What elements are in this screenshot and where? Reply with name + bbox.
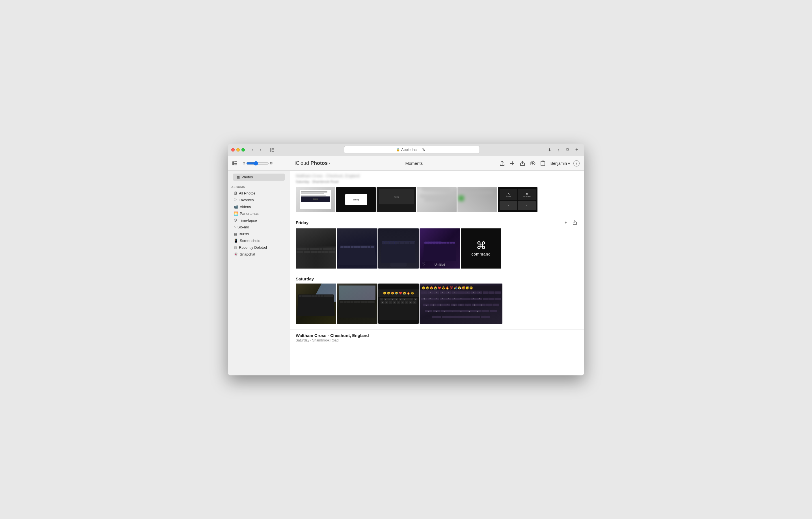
friday-photo-grid: ♡ Untitled ⌘ command [296, 228, 578, 268]
saturday-section-header: Saturday [296, 277, 578, 281]
photo-caption-untitled: Untitled [435, 263, 445, 266]
app-container: ⊟ ⊞ ▦ Photos Albums 🖼All Photos♡Favorite… [228, 156, 584, 375]
download-button[interactable]: ⬇ [546, 146, 554, 154]
recently-deleted-label: Recently Deleted [239, 246, 267, 250]
photo-thumb[interactable]: 😊 😄 😍 😂 ❤️ 😭 🔥 😎 [378, 284, 419, 324]
albums-section-label: Albums [228, 182, 290, 190]
lock-icon: 🔒 [396, 148, 400, 151]
toolbar-center: Moments [332, 161, 496, 166]
sidebar-toggle-button[interactable] [268, 146, 276, 154]
photos-icon: ▦ [236, 175, 240, 179]
sidebar-item-favorites[interactable]: ♡Favorites [229, 197, 289, 203]
address-bar[interactable]: 🔒 Apple Inc. ↻ [344, 146, 480, 154]
photo-thumb[interactable] [337, 284, 377, 324]
sidebar-item-time-lapse[interactable]: ⏱Time-lapse [229, 217, 289, 224]
heart-icon[interactable]: ♡ [422, 262, 426, 266]
app-toolbar: iCloud Photos ▾ Moments [290, 156, 584, 171]
friday-section-actions: + [562, 219, 578, 226]
sidebar-photos-label: Photos [241, 175, 253, 179]
photo-thumb[interactable]: ⬛⬛⬛ [296, 187, 335, 212]
app-title: iCloud Photos ▾ [295, 160, 330, 166]
app-brand-icloud: iCloud [295, 160, 309, 166]
title-bar: ‹ › 🔒 Apple Inc. ↻ ⬇ ↑ ⧉ + [228, 144, 584, 156]
sidebar-photos-section: ▦ Photos [228, 171, 290, 182]
bursts-label: Bursts [239, 232, 249, 236]
user-dropdown-arrow: ▾ [568, 161, 570, 166]
svg-rect-4 [232, 162, 234, 165]
user-menu[interactable]: Benjamin ▾ [549, 160, 572, 167]
photo-thumb[interactable] [378, 228, 419, 268]
main-content: Waltham Cross · Cheshunt, England Saturd… [290, 171, 584, 375]
photo-thumb[interactable]: menu [377, 187, 416, 212]
forward-button[interactable]: › [257, 146, 265, 154]
photo-thumb[interactable] [417, 187, 457, 212]
photo-thumb[interactable]: ♡ Untitled [419, 228, 460, 268]
app-brand-photos: Photos [311, 160, 328, 166]
time-lapse-icon: ⏱ [234, 218, 237, 223]
upload-button[interactable] [498, 159, 506, 168]
browser-window: ‹ › 🔒 Apple Inc. ↻ ⬇ ↑ ⧉ + [228, 144, 584, 375]
back-button[interactable]: ‹ [248, 146, 256, 154]
cloud-download-button[interactable] [528, 159, 537, 168]
address-text: Apple Inc. [401, 148, 417, 152]
photo-thumb[interactable]: ⌘ command [461, 228, 501, 268]
all-photos-icon: 🖼 [234, 191, 237, 195]
reload-button[interactable]: ↻ [420, 146, 428, 154]
slo-mo-icon: ○ [234, 225, 236, 229]
zoom-slider[interactable] [246, 161, 269, 166]
maximize-button[interactable] [241, 148, 245, 151]
friday-add-button[interactable]: + [562, 219, 570, 226]
sidebar-item-bursts[interactable]: ▦Bursts [229, 231, 289, 237]
tab-overview-button[interactable]: ⧉ [564, 146, 572, 154]
saturday-title: Saturday [296, 277, 314, 281]
snapchat-label: Snapchat [240, 252, 255, 256]
photo-thumb[interactable] [296, 228, 336, 268]
close-button[interactable] [231, 148, 235, 151]
photo-thumb[interactable]: dialog [336, 187, 376, 212]
photo-thumb[interactable] [337, 228, 377, 268]
new-tab-button[interactable]: + [573, 146, 581, 154]
option-label: Friday [506, 195, 511, 197]
section-dropdown-arrow[interactable]: ▾ [329, 162, 330, 165]
toolbar-actions: Benjamin ▾ ? [498, 159, 580, 168]
panoramas-icon: 🌅 [234, 211, 238, 216]
blurred-section-header: Waltham Cross · Cheshunt, England [290, 171, 584, 179]
sidebar-item-all-photos[interactable]: 🖼All Photos [229, 190, 289, 197]
app-sidebar-toggle[interactable] [231, 160, 239, 167]
sidebar-item-screenshots[interactable]: 📱Screenshots [229, 237, 289, 244]
videos-icon: 📹 [234, 205, 238, 209]
svg-rect-1 [272, 148, 274, 149]
screenshots-icon: 📱 [234, 238, 238, 243]
favorites-icon: ♡ [234, 198, 237, 202]
photo-thumb[interactable]: ⌥ Friday ⌘ command Z X [498, 187, 538, 212]
photo-thumb[interactable] [458, 187, 497, 212]
sidebar-item-slo-mo[interactable]: ○Slo-mo [229, 224, 289, 230]
svg-rect-7 [234, 165, 237, 165]
photo-thumb[interactable] [296, 284, 336, 324]
sidebar-item-videos[interactable]: 📹Videos [229, 204, 289, 210]
help-button[interactable]: ? [573, 160, 580, 167]
panoramas-label: Panoramas [240, 211, 258, 216]
share-button[interactable] [518, 159, 527, 168]
snapchat-icon: 👻 [234, 252, 238, 256]
zoom-small-icon: ⊟ [242, 162, 245, 165]
sidebar-items: 🖼All Photos♡Favorites📹Videos🌅Panoramas⏱T… [228, 190, 290, 258]
time-lapse-label: Time-lapse [239, 218, 257, 223]
nav-buttons: ‹ › [248, 146, 265, 154]
sidebar-item-recently-deleted[interactable]: 🗑Recently Deleted [229, 244, 289, 251]
add-button[interactable] [508, 159, 517, 168]
sidebar: ⊟ ⊞ ▦ Photos Albums 🖼All Photos♡Favorite… [228, 156, 290, 375]
sidebar-item-photos[interactable]: ▦ Photos [233, 174, 285, 181]
location-subtitle: Saturday · Shambrook Road [296, 338, 578, 342]
blurred-subheader: Saturday · Shambrook Road [290, 179, 584, 186]
svg-rect-5 [234, 162, 237, 162]
minimize-button[interactable] [236, 148, 240, 151]
videos-label: Videos [240, 205, 251, 209]
friday-share-button[interactable] [571, 219, 578, 226]
browser-share-button[interactable]: ↑ [555, 146, 562, 154]
delete-button[interactable] [539, 159, 547, 168]
sidebar-item-panoramas[interactable]: 🌅Panoramas [229, 210, 289, 217]
photo-thumb[interactable]: 😊 😂 😍 😭 ❤️ 😎 🔥 💯 🎉 😤 [419, 284, 502, 324]
sidebar-item-snapchat[interactable]: 👻Snapchat [229, 251, 289, 258]
friday-section: Friday + [290, 217, 584, 274]
